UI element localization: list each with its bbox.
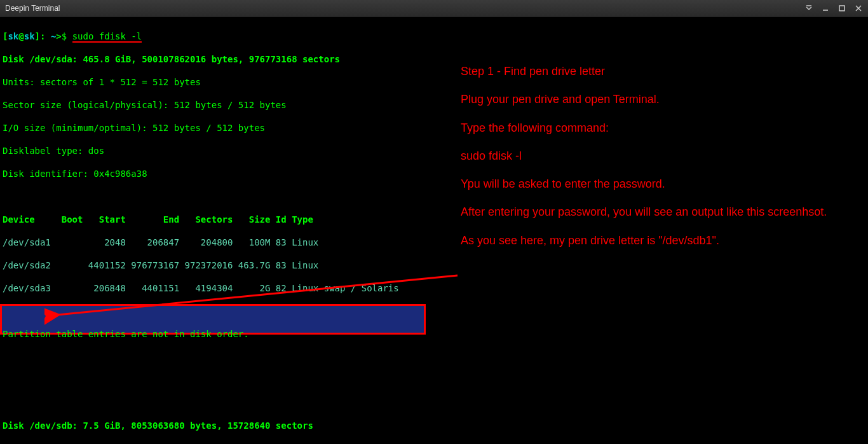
sda-id: Disk identifier: 0x4c986a38 xyxy=(3,168,865,179)
disk-sdb-header: Disk /dev/sdb: 7.5 GiB, 8053063680 bytes… xyxy=(3,420,865,431)
maximize-icon[interactable] xyxy=(837,4,846,13)
table-row: /dev/sda2 4401152 976773167 972372016 46… xyxy=(3,260,865,271)
typed-command: sudo fdisk -l xyxy=(72,31,142,43)
sda-note: Partition table entries are not in disk … xyxy=(3,328,865,340)
window-controls xyxy=(804,4,863,13)
annotation-panel: Step 1 - Find pen drive letter Plug your… xyxy=(461,64,855,261)
disk-sda-header: Disk /dev/sda: 465.8 GiB, 500107862016 b… xyxy=(3,53,865,65)
table-row: /dev/sda1 2048 206847 204800 100M 83 Lin… xyxy=(3,237,865,248)
sda-io: I/O size (minimum/optimal): 512 bytes / … xyxy=(3,122,865,134)
svg-rect-2 xyxy=(839,6,844,11)
sda-label: Disklabel type: dos xyxy=(3,145,865,156)
close-icon[interactable] xyxy=(854,4,863,13)
sda-units: Units: sectors of 1 * 512 = 512 bytes xyxy=(3,76,865,88)
window-titlebar: Deepin Terminal xyxy=(0,0,868,17)
window-title: Deepin Terminal xyxy=(5,4,60,13)
prompt-line: [sk@sk]: ~>$ sudo fdisk -l xyxy=(3,31,865,42)
sda-table-header: Device Boot Start End Sectors Size Id Ty… xyxy=(3,214,865,225)
table-row: /dev/sda3 206848 4401151 4194304 2G 82 L… xyxy=(3,282,865,294)
sda-sector: Sector size (logical/physical): 512 byte… xyxy=(3,99,865,111)
minimize-icon[interactable] xyxy=(821,4,830,13)
menu-icon[interactable] xyxy=(804,4,813,13)
